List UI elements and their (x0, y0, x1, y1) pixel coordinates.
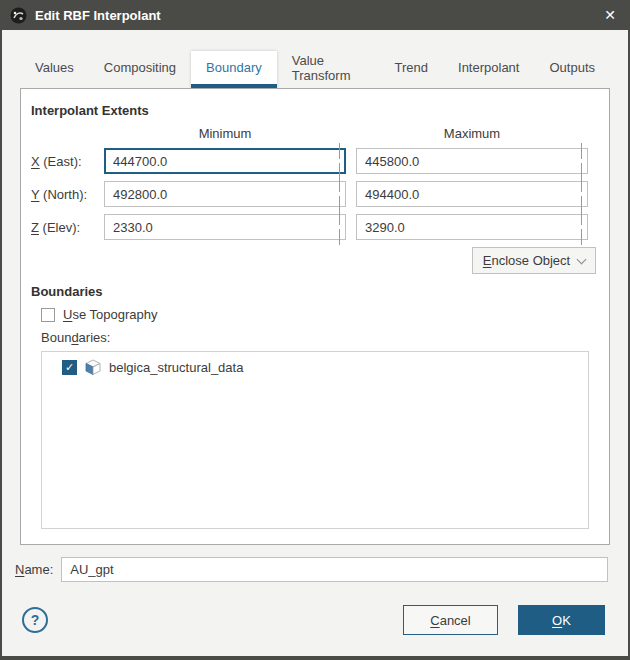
y-minimum-input[interactable] (104, 181, 346, 207)
label-part: N (15, 562, 24, 577)
z-minimum-input[interactable] (104, 214, 346, 240)
boundaries-list[interactable]: ✓ belgica_structural_data (41, 351, 589, 529)
spin-up-button[interactable] (339, 210, 340, 225)
z-maximum-field (356, 214, 588, 240)
tab-values[interactable]: Values (20, 51, 89, 88)
label-part: (North): (39, 187, 87, 202)
spin-up-button[interactable] (581, 177, 582, 192)
z-minimum-field (104, 214, 346, 240)
chevron-up-icon (581, 209, 582, 225)
label-part: ancel (440, 613, 471, 628)
help-button[interactable]: ? (22, 607, 48, 633)
chevron-down-icon (581, 229, 582, 245)
minimum-column-header: Minimum (104, 126, 346, 141)
spin-up-button[interactable] (339, 144, 340, 159)
use-topography-label: Use Topography (63, 307, 157, 322)
boundary-item-checkbox[interactable]: ✓ (62, 360, 77, 375)
tab-outputs[interactable]: Outputs (534, 51, 610, 88)
y-north-label: Y (North): (31, 187, 104, 202)
x-minimum-spinner (339, 148, 340, 174)
tab-compositing[interactable]: Compositing (89, 51, 191, 88)
x-maximum-spinner (581, 148, 582, 174)
z-maximum-input[interactable] (356, 214, 588, 240)
spin-down-button[interactable] (581, 229, 582, 244)
spin-up-button[interactable] (581, 144, 582, 159)
label-part: K (562, 613, 571, 628)
x-maximum-input[interactable] (356, 148, 588, 174)
dialog-title: Edit RBF Interpolant (35, 8, 161, 23)
use-topography-row[interactable]: Use Topography (41, 307, 609, 322)
enclose-object-row: Enclose Object (21, 247, 609, 274)
cancel-label: Cancel (430, 613, 470, 628)
label-part: aries: (79, 330, 111, 345)
chevron-up-icon (339, 143, 340, 159)
help-icon: ? (31, 612, 40, 628)
footer: ? Cancel OK (22, 604, 605, 636)
tab-value-transform[interactable]: Value Transform (277, 51, 380, 88)
spin-up-button[interactable] (581, 210, 582, 225)
ok-label: OK (552, 613, 571, 628)
label-part: C (430, 613, 439, 628)
label-part: Z (31, 220, 39, 235)
enclose-object-button[interactable]: Enclose Object (472, 247, 596, 274)
rbf-interpolant-icon (10, 7, 27, 24)
tab-boundary[interactable]: Boundary (191, 51, 277, 88)
boundary-item-label: belgica_structural_data (109, 360, 243, 375)
z-elev-label: Z (Elev): (31, 220, 104, 235)
y-minimum-field (104, 181, 346, 207)
extents-column-headers: Minimum Maximum (31, 126, 609, 141)
enclose-object-label: Enclose Object (483, 253, 570, 268)
cancel-button[interactable]: Cancel (403, 605, 498, 635)
chevron-up-icon (581, 176, 582, 192)
chevron-up-icon (581, 143, 582, 159)
close-icon: ✕ (604, 7, 616, 23)
label-part: d (71, 330, 78, 345)
spin-down-button[interactable] (339, 229, 340, 244)
label-part: ame: (24, 562, 53, 577)
chevron-down-icon (577, 254, 587, 264)
label-part: (East): (40, 154, 82, 169)
label-part: O (552, 613, 562, 628)
x-maximum-field (356, 148, 588, 174)
label-part: nclose Object (491, 253, 570, 268)
y-maximum-field (356, 181, 588, 207)
boundary-tab-panel: Interpolant Extents Minimum Maximum X (E… (20, 88, 610, 545)
label-part: (Elev): (39, 220, 80, 235)
spin-up-button[interactable] (339, 177, 340, 192)
name-label: Name: (15, 562, 53, 577)
ok-button[interactable]: OK (518, 605, 605, 635)
title-bar: Edit RBF Interpolant ✕ (0, 0, 630, 30)
y-maximum-input[interactable] (356, 181, 588, 207)
extent-row-y: Y (North): (31, 181, 609, 207)
label-part: Boun (41, 330, 71, 345)
y-maximum-spinner (581, 181, 582, 207)
mesh-cube-icon (84, 359, 102, 376)
x-minimum-input[interactable] (104, 148, 346, 174)
tab-bar: Values Compositing Boundary Value Transf… (20, 51, 610, 88)
z-maximum-spinner (581, 214, 582, 240)
chevron-up-icon (339, 209, 340, 225)
y-minimum-spinner (339, 181, 340, 207)
label-part: X (31, 154, 40, 169)
name-input[interactable] (61, 557, 608, 582)
tab-trend[interactable]: Trend (380, 51, 443, 88)
maximum-column-header: Maximum (356, 126, 588, 141)
extent-row-x: X (East): (31, 148, 609, 174)
tab-interpolant[interactable]: Interpolant (443, 51, 534, 88)
name-row: Name: (15, 557, 608, 582)
chevron-down-icon (339, 229, 340, 245)
dialog-body: Values Compositing Boundary Value Transf… (2, 30, 628, 656)
label-part: se Topography (72, 307, 157, 322)
x-east-label: X (East): (31, 154, 104, 169)
interpolant-extents-heading: Interpolant Extents (31, 103, 609, 118)
boundaries-heading: Boundaries (31, 284, 609, 299)
chevron-up-icon (339, 176, 340, 192)
boundaries-list-label: Boundaries: (41, 330, 609, 345)
z-minimum-spinner (339, 214, 340, 240)
list-item[interactable]: ✓ belgica_structural_data (42, 352, 588, 376)
close-button[interactable]: ✕ (590, 0, 630, 30)
use-topography-checkbox[interactable] (41, 308, 55, 322)
edit-rbf-interpolant-dialog: Edit RBF Interpolant ✕ Values Compositin… (0, 0, 630, 660)
x-minimum-field (104, 148, 346, 174)
label-part: U (63, 307, 72, 322)
